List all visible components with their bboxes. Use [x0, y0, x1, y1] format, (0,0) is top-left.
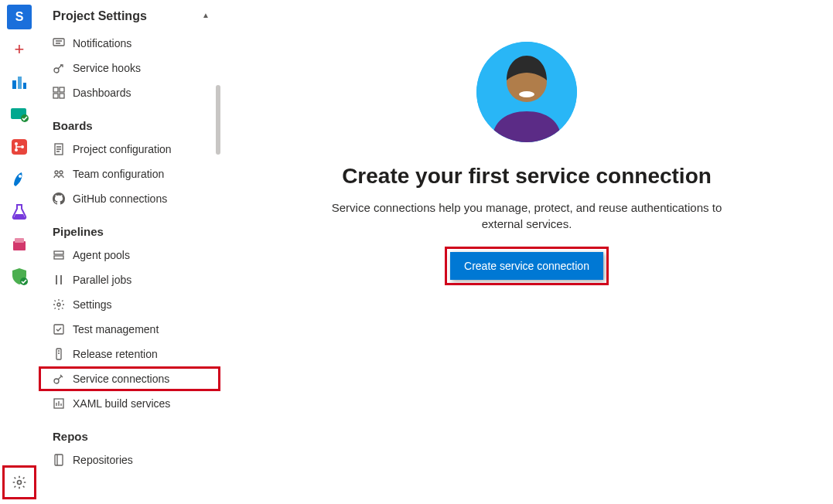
- sidebar-item-label: Service hooks: [73, 62, 141, 74]
- sidebar-item-label: Test management: [73, 323, 159, 335]
- sidebar-item-github-connections[interactable]: GitHub connections: [39, 186, 220, 211]
- parallel-icon: [53, 274, 65, 286]
- svg-rect-2: [23, 83, 26, 89]
- sidebar-item-label: GitHub connections: [73, 192, 167, 205]
- rail-shield-icon[interactable]: [7, 264, 32, 289]
- sidebar-item-label: Notifications: [73, 37, 131, 49]
- svg-point-9: [19, 175, 22, 178]
- section-header-repos: Repos: [39, 416, 220, 448]
- scrollbar-thumb[interactable]: [216, 85, 220, 155]
- sidebar-item-label: Dashboards: [73, 87, 131, 99]
- caret-up-icon[interactable]: ▲: [202, 11, 210, 19]
- svg-rect-30: [55, 455, 63, 465]
- avatar-illustration: [476, 42, 577, 142]
- rail-rocket-icon[interactable]: [7, 167, 32, 192]
- rail-git-icon[interactable]: [7, 135, 32, 159]
- repo-icon: [53, 454, 65, 466]
- rail-dashboard-icon[interactable]: [7, 70, 32, 94]
- sidebar-item-test-management[interactable]: Test management: [39, 317, 220, 342]
- plug-icon: [53, 373, 65, 385]
- svg-rect-14: [53, 39, 64, 46]
- sidebar-item-label: Agent pools: [73, 249, 130, 261]
- sidebar-item-label: Team configuration: [73, 168, 164, 180]
- sidebar-item-team-configuration[interactable]: Team configuration: [39, 162, 220, 186]
- main-subtext: Service connections help you manage, pro…: [326, 199, 728, 232]
- svg-point-22: [60, 171, 63, 174]
- sidebar-item-label: XAML build services: [73, 397, 170, 410]
- svg-rect-27: [56, 349, 61, 359]
- svg-rect-26: [54, 325, 63, 334]
- svg-point-25: [57, 303, 60, 306]
- main-content: Create your first service connection Ser…: [220, 0, 833, 504]
- pool-icon: [53, 249, 65, 261]
- rail-package-icon[interactable]: [7, 232, 32, 257]
- sidebar-item-label: Service connections: [73, 373, 169, 385]
- svg-point-13: [18, 481, 22, 485]
- team-icon: [53, 168, 65, 180]
- rail-project-icon[interactable]: S: [7, 5, 32, 29]
- sidebar-item-parallel-jobs[interactable]: Parallel jobs: [39, 267, 220, 292]
- svg-point-8: [21, 145, 24, 148]
- svg-rect-16: [53, 87, 58, 92]
- sidebar: Project Settings ▲ Notifications Service…: [39, 0, 220, 504]
- icon-rail: S +: [0, 0, 39, 504]
- svg-rect-23: [54, 251, 63, 254]
- section-header-pipelines: Pipelines: [39, 211, 220, 243]
- rail-add-icon[interactable]: +: [7, 37, 32, 62]
- main-heading: Create your first service connection: [342, 164, 712, 189]
- sidebar-item-service-connections[interactable]: Service connections: [39, 366, 220, 391]
- svg-rect-11: [15, 238, 24, 243]
- sidebar-item-xaml-build-services[interactable]: XAML build services: [39, 391, 220, 416]
- sidebar-item-label: Release retention: [73, 348, 158, 360]
- svg-rect-17: [60, 87, 64, 92]
- github-icon: [53, 192, 65, 205]
- rail-flask-icon[interactable]: [7, 199, 32, 224]
- rail-settings-gear-icon[interactable]: [2, 465, 36, 499]
- rail-card-icon[interactable]: [7, 102, 32, 127]
- svg-point-6: [15, 142, 18, 145]
- svg-point-7: [15, 148, 18, 152]
- sidebar-item-notifications[interactable]: Notifications: [39, 31, 220, 56]
- sidebar-title: Project Settings: [53, 9, 147, 23]
- svg-point-33: [519, 91, 534, 97]
- create-service-connection-button[interactable]: Create service connection: [450, 252, 603, 280]
- sidebar-item-label: Settings: [73, 298, 112, 311]
- sidebar-item-repositories[interactable]: Repositories: [39, 448, 220, 472]
- svg-rect-24: [54, 256, 63, 259]
- grid-icon: [53, 87, 65, 99]
- svg-rect-19: [60, 94, 64, 98]
- svg-rect-1: [18, 77, 22, 89]
- sidebar-item-label: Parallel jobs: [73, 274, 131, 286]
- test-icon: [53, 323, 65, 335]
- svg-rect-0: [12, 80, 16, 89]
- gear-icon: [53, 298, 65, 311]
- sidebar-item-pipeline-settings[interactable]: Settings: [39, 292, 220, 317]
- sidebar-item-label: Repositories: [73, 454, 133, 466]
- hook-icon: [53, 62, 65, 74]
- sidebar-item-release-retention[interactable]: Release retention: [39, 342, 220, 366]
- section-header-boards: Boards: [39, 105, 220, 137]
- doc-icon: [53, 143, 65, 155]
- sidebar-item-label: Project configuration: [73, 143, 172, 155]
- cta-highlight-box: Create service connection: [447, 249, 606, 283]
- build-icon: [53, 397, 65, 410]
- sidebar-item-project-configuration[interactable]: Project configuration: [39, 137, 220, 162]
- sidebar-item-service-hooks[interactable]: Service hooks: [39, 56, 220, 80]
- svg-point-21: [55, 171, 58, 174]
- sidebar-item-dashboards[interactable]: Dashboards: [39, 80, 220, 105]
- svg-rect-18: [53, 94, 58, 98]
- sidebar-item-agent-pools[interactable]: Agent pools: [39, 243, 220, 267]
- chat-icon: [53, 37, 65, 49]
- retention-icon: [53, 348, 65, 360]
- sidebar-title-row: Project Settings ▲: [39, 0, 220, 31]
